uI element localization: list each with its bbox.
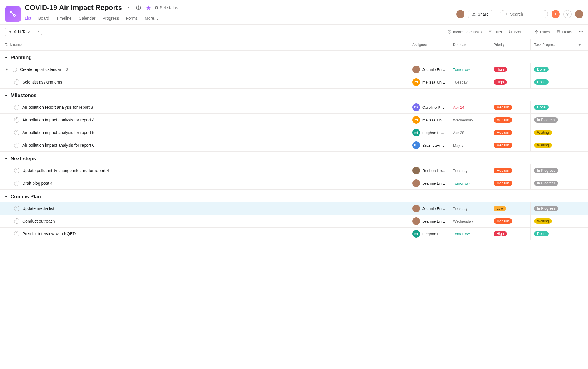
task-row[interactable]: Conduct outreachJeannie En…WednesdayMedi… — [0, 215, 588, 227]
info-icon[interactable] — [135, 4, 142, 11]
chevron-down-icon[interactable] — [125, 4, 132, 11]
priority-cell[interactable]: Medium — [490, 177, 530, 189]
task-row[interactable]: Update media listJeannie En…TuesdayLowIn… — [0, 202, 588, 215]
priority-cell[interactable]: Medium — [490, 215, 530, 227]
complete-checkbox[interactable] — [14, 130, 19, 135]
task-row[interactable]: Draft blog post 4Jeannie En…TomorrowMedi… — [0, 177, 588, 190]
assignee-cell[interactable]: mtmeghan.th… — [409, 126, 449, 139]
column-task-progress[interactable]: Task Progre… — [530, 39, 571, 50]
add-task-button[interactable]: Add Task — [5, 28, 34, 36]
add-column-button[interactable] — [571, 39, 588, 50]
priority-cell[interactable]: High — [490, 228, 530, 240]
section-header[interactable]: Planning — [0, 51, 588, 63]
complete-checkbox[interactable] — [14, 143, 19, 148]
tab-timeline[interactable]: Timeline — [56, 14, 71, 24]
progress-cell[interactable]: In Progress — [530, 164, 571, 177]
task-row[interactable]: Create report calendar3 Jeannie En…Tomor… — [0, 63, 588, 76]
progress-cell[interactable]: In Progress — [530, 177, 571, 189]
assignee-cell[interactable]: Jeannie En… — [409, 177, 449, 189]
section-header[interactable]: Next steps — [0, 152, 588, 164]
set-status-button[interactable]: Set status — [155, 5, 178, 10]
incomplete-tasks-filter[interactable]: Incomplete tasks — [447, 30, 482, 34]
task-row[interactable]: Air pollution report analysis for report… — [0, 101, 588, 113]
assignee-cell[interactable]: Jeannie En… — [409, 63, 449, 76]
priority-cell[interactable]: Low — [490, 202, 530, 215]
subtask-count[interactable]: 3 — [66, 67, 72, 71]
share-button[interactable]: Share — [468, 10, 492, 18]
column-due-date[interactable]: Due date — [449, 39, 490, 50]
assignee-cell[interactable]: Reuben He… — [409, 164, 449, 177]
column-assignee[interactable]: Assignee — [409, 39, 449, 50]
due-date-cell[interactable]: Tuesday — [449, 76, 490, 88]
complete-checkbox[interactable] — [14, 206, 19, 211]
priority-cell[interactable]: High — [490, 63, 530, 76]
assignee-cell[interactable]: BLBrian LaFra… — [409, 139, 449, 151]
complete-checkbox[interactable] — [14, 181, 19, 186]
section-header[interactable]: Comms Plan — [0, 190, 588, 202]
priority-cell[interactable]: Medium — [490, 164, 530, 177]
search-input[interactable] — [510, 12, 544, 16]
priority-cell[interactable]: Medium — [490, 126, 530, 139]
task-row[interactable]: Air pollution impact analysis for report… — [0, 113, 588, 126]
assignee-cell[interactable]: Jeannie En… — [409, 215, 449, 227]
progress-cell[interactable]: Waiting — [530, 139, 571, 151]
help-button[interactable]: ? — [563, 10, 572, 18]
due-date-cell[interactable]: Tuesday — [449, 202, 490, 215]
assignee-cell[interactable]: mlmelissa.lun… — [409, 76, 449, 88]
progress-cell[interactable]: Done — [530, 101, 571, 113]
progress-cell[interactable]: Done — [530, 63, 571, 76]
due-date-cell[interactable]: Tomorrow — [449, 228, 490, 240]
more-actions-button[interactable] — [579, 29, 583, 34]
complete-checkbox[interactable] — [14, 168, 19, 173]
tab-list[interactable]: List — [25, 14, 31, 24]
due-date-cell[interactable]: Tuesday — [449, 164, 490, 177]
priority-cell[interactable]: Medium — [490, 139, 530, 151]
task-row[interactable]: Update pollutant % change infocard for r… — [0, 164, 588, 177]
complete-checkbox[interactable] — [14, 105, 19, 110]
due-date-cell[interactable]: Apr 14 — [449, 101, 490, 113]
column-priority[interactable]: Priority — [490, 39, 530, 50]
user-avatar[interactable] — [575, 10, 583, 18]
due-date-cell[interactable]: Tomorrow — [449, 63, 490, 76]
progress-cell[interactable]: Done — [530, 76, 571, 88]
priority-cell[interactable]: Medium — [490, 114, 530, 126]
complete-checkbox[interactable] — [14, 218, 19, 224]
tab-more[interactable]: More… — [145, 14, 158, 24]
sort-button[interactable]: Sort — [509, 30, 521, 34]
progress-cell[interactable]: Done — [530, 228, 571, 240]
column-task-name[interactable]: Task name — [0, 39, 409, 50]
priority-cell[interactable]: High — [490, 76, 530, 88]
assignee-cell[interactable]: CPCaroline Pa… — [409, 101, 449, 113]
global-add-button[interactable] — [552, 10, 560, 18]
complete-checkbox[interactable] — [12, 67, 17, 72]
assignee-cell[interactable]: mlmelissa.lun… — [409, 114, 449, 126]
member-avatar[interactable] — [456, 10, 464, 18]
assignee-cell[interactable]: Jeannie En… — [409, 202, 449, 215]
expand-icon[interactable] — [6, 68, 8, 71]
task-row[interactable]: Air pollution impact analysis for report… — [0, 139, 588, 152]
due-date-cell[interactable]: Wednesday — [449, 114, 490, 126]
section-header[interactable]: Milestones — [0, 89, 588, 101]
task-row[interactable]: Scientist assignmentsmlmelissa.lun…Tuesd… — [0, 76, 588, 89]
due-date-cell[interactable]: Wednesday — [449, 215, 490, 227]
progress-cell[interactable]: In Progress — [530, 202, 571, 215]
priority-cell[interactable]: Medium — [490, 101, 530, 113]
star-icon[interactable] — [145, 4, 152, 11]
progress-cell[interactable]: Waiting — [530, 215, 571, 227]
complete-checkbox[interactable] — [14, 117, 19, 123]
due-date-cell[interactable]: Apr 28 — [449, 126, 490, 139]
filter-button[interactable]: Filter — [488, 30, 502, 34]
fields-button[interactable]: Fields — [556, 30, 572, 34]
tab-progress[interactable]: Progress — [102, 14, 119, 24]
task-row[interactable]: Prep for interview with KQEDmtmeghan.th…… — [0, 227, 588, 240]
complete-checkbox[interactable] — [14, 231, 19, 236]
due-date-cell[interactable]: May 5 — [449, 139, 490, 151]
tab-board[interactable]: Board — [38, 14, 49, 24]
progress-cell[interactable]: Waiting — [530, 126, 571, 139]
assignee-cell[interactable]: mtmeghan.th… — [409, 228, 449, 240]
complete-checkbox[interactable] — [14, 79, 19, 85]
due-date-cell[interactable]: Tomorrow — [449, 177, 490, 189]
tab-calendar[interactable]: Calendar — [79, 14, 96, 24]
progress-cell[interactable]: In Progress — [530, 114, 571, 126]
rules-button[interactable]: Rules — [534, 30, 550, 34]
